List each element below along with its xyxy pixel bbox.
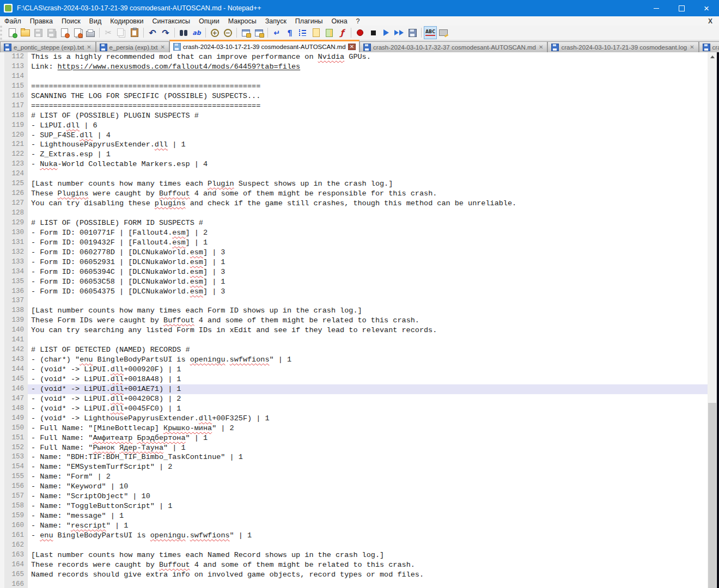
new-file-icon[interactable] — [6, 27, 18, 39]
editor-line-129[interactable]: 129# LIST OF (POSSIBLE) FORM ID SUSPECTS… — [0, 218, 708, 228]
tab-e_persia (exp).txt[interactable]: e_persia (exp).txt✕ — [96, 41, 169, 52]
menu-item-Макросы[interactable]: Макросы — [224, 17, 261, 26]
editor-line-163[interactable]: 163[Last number counts how many times ea… — [0, 550, 708, 560]
menu-item-Запуск[interactable]: Запуск — [261, 17, 291, 26]
editor-line-119[interactable]: 119- LiPUI.dll | 6 — [0, 121, 708, 131]
editor-line-152[interactable]: 152- Full Name: "Рынок Ядер-Тауна" | 1 — [0, 443, 708, 453]
bookmark-margin[interactable] — [0, 345, 4, 355]
bookmark-margin[interactable] — [0, 404, 4, 414]
bookmark-margin[interactable] — [0, 199, 4, 209]
menu-item-Окна[interactable]: Окна — [327, 17, 352, 26]
save-icon[interactable] — [32, 27, 44, 39]
close-button[interactable]: × — [694, 0, 719, 16]
bookmark-margin[interactable] — [0, 91, 4, 101]
editor-line-146[interactable]: 146- (void* -> LiPUI.dll+001AE71) | 1 — [0, 384, 708, 394]
bookmark-margin[interactable] — [0, 111, 4, 121]
bookmark-margin[interactable] — [0, 443, 4, 453]
bookmark-margin[interactable] — [0, 492, 4, 501]
tab-close-icon[interactable]: ✕ — [348, 44, 356, 50]
bookmark-margin[interactable] — [0, 433, 4, 443]
editor-line-162[interactable]: 162 — [0, 541, 708, 550]
bookmark-margin[interactable] — [0, 531, 4, 541]
menu-item-Вид[interactable]: Вид — [85, 17, 106, 26]
bookmark-margin[interactable] — [0, 462, 4, 472]
tab-close-icon[interactable]: ✕ — [160, 45, 165, 50]
bookmark-margin[interactable] — [0, 521, 4, 531]
bookmark-margin[interactable] — [0, 228, 4, 238]
editor-line-113[interactable]: 113Link: https://www.nexusmods.com/fallo… — [0, 62, 708, 72]
tab-crash-2024-03-10-17-21-39 cosmodesant.log[interactable]: crash-2024-03-10-17-21-39 cosmodesant.lo… — [547, 41, 698, 52]
save-all-icon[interactable] — [45, 27, 57, 39]
bookmark-margin[interactable] — [0, 209, 4, 218]
editor-line-137[interactable]: 137 — [0, 296, 708, 306]
close-file-icon[interactable] — [58, 27, 70, 39]
sync-vertical-scroll-icon[interactable] — [240, 27, 252, 39]
bookmark-margin[interactable] — [0, 335, 4, 345]
editor-line-115[interactable]: 115=====================================… — [0, 82, 708, 91]
editor-line-131[interactable]: 131- Form ID: 0019432F | [Fallout4.esm] … — [0, 238, 708, 248]
editor-line-154[interactable]: 154- Name: "EMSystemTurfScript" | 2 — [0, 462, 708, 472]
macro-play-icon[interactable] — [380, 27, 392, 39]
editor-line-159[interactable]: 159- Name: "message" | 1 — [0, 511, 708, 521]
menu-item-Опции[interactable]: Опции — [194, 17, 224, 26]
bookmark-margin[interactable] — [0, 414, 4, 424]
close-all-files-icon[interactable] — [71, 27, 83, 39]
paste-icon[interactable] — [129, 27, 141, 39]
doc-switcher-icon[interactable] — [310, 27, 322, 39]
menu-item-Плагины[interactable]: Плагины — [291, 17, 327, 26]
editor-line-148[interactable]: 148- (void* -> LiPUI.dll+0045FC0) | 1 — [0, 404, 708, 414]
redo-icon[interactable]: ↷ — [160, 27, 172, 39]
editor-line-158[interactable]: 158- Name: "ToggleButtonScript" | 1 — [0, 501, 708, 511]
tab-crash-2024-03-10-17-21-39 cosmodesant-AUTOSCAN.md[interactable]: crash-2024-03-10-17-21-39 cosmodesant-AU… — [169, 40, 360, 52]
bookmark-margin[interactable] — [0, 570, 4, 580]
editor-line-139[interactable]: 139These Form IDs were caught by Buffout… — [0, 316, 708, 326]
tab-crash-2024-03-10-17-32-37 cosmodesant.log[interactable]: crash-2024-03-10-17-32-37 cosmodesant.lo… — [699, 41, 719, 52]
bookmark-margin[interactable] — [0, 560, 4, 570]
function-list-icon[interactable]: ƒ — [336, 27, 348, 39]
menu-item-Синтаксисы[interactable]: Синтаксисы — [148, 17, 194, 26]
bookmark-margin[interactable] — [0, 72, 4, 82]
editor-line-153[interactable]: 153- Name: "BDH:TIF:BDH_TIF_Bimbo_TaskCo… — [0, 452, 708, 462]
tab-close-icon[interactable]: ✕ — [86, 45, 92, 50]
copy-icon[interactable] — [115, 27, 127, 39]
editor-line-134[interactable]: 134- Form ID: 0605394C | [DLCNukaWorld.e… — [0, 267, 708, 277]
sync-horizontal-scroll-icon[interactable] — [253, 27, 265, 39]
bookmark-margin[interactable] — [0, 482, 4, 492]
macro-run-multiple-icon[interactable] — [393, 27, 405, 39]
bookmark-margin[interactable] — [0, 384, 4, 394]
macro-stop-icon[interactable] — [367, 27, 379, 39]
editor-line-151[interactable]: 151- Full Name: "Амфитеатр Брэдбертона" … — [0, 433, 708, 443]
editor-line-122[interactable]: 122- Z_Extras.esp | 1 — [0, 150, 708, 160]
scrollbar-up-arrow[interactable] — [708, 52, 717, 62]
editor-line-144[interactable]: 144- (void* -> LiPUI.dll+000920F) | 1 — [0, 365, 708, 375]
editor-line-132[interactable]: 132- Form ID: 0602778D | [DLCNukaWorld.e… — [0, 248, 708, 258]
tab-close-icon[interactable]: ✕ — [538, 45, 544, 50]
editor-line-116[interactable]: 116SCANNING THE LOG FOR SPECIFIC (POSSIB… — [0, 91, 708, 101]
editor-line-125[interactable]: 125[Last number counts how many times ea… — [0, 179, 708, 189]
macro-save-icon[interactable] — [406, 27, 418, 39]
bookmark-margin[interactable] — [0, 179, 4, 189]
editor-line-138[interactable]: 138[Last number counts how many times ea… — [0, 306, 708, 316]
editor-line-128[interactable]: 128 — [0, 209, 708, 218]
bookmark-margin[interactable] — [0, 238, 4, 248]
menu-item-Кодировки[interactable]: Кодировки — [106, 17, 148, 26]
bookmark-margin[interactable] — [0, 101, 4, 111]
print-icon[interactable] — [84, 27, 96, 39]
editor-line-149[interactable]: 149- (void* -> LighthousePapyrusExtender… — [0, 414, 708, 424]
vertical-scrollbar[interactable] — [708, 52, 717, 588]
tab-crash-2024-03-10-17-32-37 cosmodesant-AUTOSCAN.md[interactable]: crash-2024-03-10-17-32-37 cosmodesant-AU… — [360, 41, 547, 52]
bookmark-margin[interactable] — [0, 62, 4, 72]
bookmark-margin[interactable] — [0, 501, 4, 511]
bookmark-margin[interactable] — [0, 150, 4, 160]
bookmark-margin[interactable] — [0, 248, 4, 258]
editor-line-147[interactable]: 147- (void* -> LiPUI.dll+00420C8) | 2 — [0, 394, 708, 404]
editor-line-157[interactable]: 157- Name: "ScriptObject" | 10 — [0, 492, 708, 501]
bookmark-margin[interactable] — [0, 131, 4, 140]
bookmark-margin[interactable] — [0, 316, 4, 326]
editor-line-112[interactable]: 112This is a highly recommended mod that… — [0, 52, 708, 62]
bookmark-margin[interactable] — [0, 267, 4, 277]
cut-icon[interactable]: ✂ — [102, 27, 114, 39]
editor-line-117[interactable]: 117=====================================… — [0, 101, 708, 111]
tab-close-icon[interactable]: ✕ — [689, 45, 694, 50]
bookmark-margin[interactable] — [0, 296, 4, 306]
